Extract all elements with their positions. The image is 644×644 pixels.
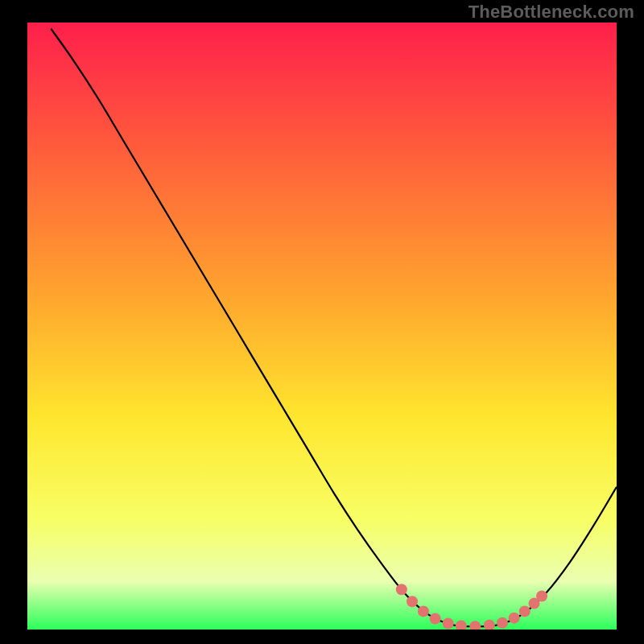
highlight-dot [519, 605, 530, 617]
highlight-dot [407, 596, 418, 607]
highlight-dot [536, 591, 547, 602]
highlight-dot [497, 617, 508, 629]
gradient-background [27, 23, 617, 630]
highlight-dot [484, 620, 495, 631]
chart-frame: TheBottleneck.com [0, 0, 644, 644]
highlight-dot [430, 613, 441, 624]
bottleneck-chart [0, 0, 644, 644]
highlight-dot [509, 613, 520, 624]
highlight-dot [418, 605, 429, 617]
watermark-text: TheBottleneck.com [469, 2, 634, 23]
highlight-dot [469, 621, 481, 632]
highlight-dot [443, 617, 454, 629]
highlight-dot [396, 584, 407, 595]
highlight-dot [456, 620, 467, 631]
